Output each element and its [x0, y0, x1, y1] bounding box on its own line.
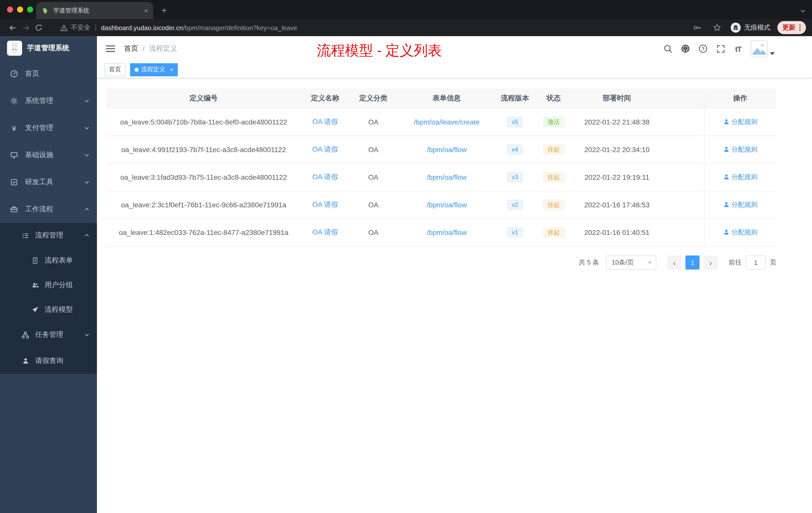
- cell-deploy-time: 2022-01-22 21:48:38: [573, 118, 661, 126]
- form-info-link[interactable]: /bpm/oa/flow: [427, 173, 467, 181]
- hamburger-icon[interactable]: [105, 43, 116, 54]
- workflow-submenu: 流程管理 流程表单 用户分组: [0, 223, 97, 374]
- navbar: 首页 / 流程定义 ? t: [97, 36, 812, 61]
- current-page-button[interactable]: 1: [686, 255, 699, 270]
- sidebar-item-label: 流程模型: [45, 305, 90, 314]
- search-icon[interactable]: [663, 44, 673, 54]
- assign-rule-link[interactable]: 分配规则: [723, 228, 757, 237]
- window-controls: [7, 6, 33, 12]
- sidebar-item-devtools[interactable]: 研发工具: [0, 169, 97, 196]
- password-key-icon[interactable]: [691, 21, 703, 34]
- tag-process-definition[interactable]: 流程定义 ×: [130, 63, 178, 76]
- person-icon: [723, 146, 729, 153]
- sidebar-item-system[interactable]: 系统管理: [0, 87, 97, 115]
- sidebar-item-label: 系统管理: [25, 96, 84, 105]
- sidebar-item-leave-query[interactable]: 请假查询: [0, 348, 97, 374]
- sidebar-item-label: 流程管理: [35, 231, 84, 240]
- reload-button[interactable]: [32, 21, 45, 34]
- security-label: 不安全: [71, 23, 90, 32]
- close-window-button[interactable]: [7, 6, 13, 12]
- chrome-update-button[interactable]: 更新: [777, 21, 806, 34]
- avatar: [751, 40, 768, 57]
- form-info-link[interactable]: /bpm/oa/flow: [427, 201, 467, 209]
- status-badge: 挂起: [543, 172, 564, 182]
- assign-rule-label: 分配规则: [731, 200, 757, 209]
- sidebar-item-process-model[interactable]: 流程模型: [0, 297, 97, 322]
- cell-deploy-time: 2022-01-16 01:40:51: [573, 229, 661, 236]
- assign-rule-label: 分配规则: [731, 173, 757, 182]
- sidebar-item-user-group[interactable]: 用户分组: [0, 273, 97, 297]
- incognito-indicator: 无痕模式: [731, 23, 770, 33]
- breadcrumb: 首页 / 流程定义: [124, 44, 177, 53]
- user-avatar-dropdown[interactable]: [751, 40, 775, 57]
- app-title: 芋道管理系统: [27, 44, 69, 53]
- version-badge[interactable]: v4: [507, 145, 522, 155]
- cell-category: OA: [349, 146, 398, 154]
- sidebar-item-workflow[interactable]: 工作流程: [0, 196, 97, 223]
- form-info-link[interactable]: /bpm/oa/flow: [427, 146, 467, 154]
- definition-name-link[interactable]: OA 请假: [312, 228, 338, 236]
- tag-close-icon[interactable]: ×: [170, 66, 173, 73]
- next-page-button[interactable]: ›: [703, 255, 718, 270]
- github-icon[interactable]: [680, 44, 691, 54]
- tag-home[interactable]: 首页: [105, 63, 125, 76]
- breadcrumb-home[interactable]: 首页: [124, 44, 138, 53]
- minimize-window-button[interactable]: [17, 6, 23, 12]
- fullscreen-icon[interactable]: [716, 44, 726, 54]
- sidebar-item-label: 工作流程: [25, 205, 84, 214]
- sidebar-item-payment[interactable]: ¥ 支付管理: [0, 115, 97, 142]
- chevron-down-icon: [84, 332, 90, 338]
- sidebar-item-infrastructure[interactable]: 基础设施: [0, 142, 97, 169]
- navbar-right-group: ? tT: [663, 36, 775, 61]
- tab-search-chevron-icon[interactable]: [800, 8, 806, 14]
- tag-label: 流程定义: [141, 65, 165, 74]
- address-bar[interactable]: 不安全 dashboard.yudao.iocoder.cn/bpm/manag…: [59, 21, 686, 35]
- person-icon: [22, 357, 29, 365]
- version-badge[interactable]: v5: [507, 117, 522, 127]
- main-area: 流程模型 - 定义列表 首页 / 流程定义: [97, 36, 812, 513]
- page-size-value: 10条/页: [612, 258, 634, 267]
- assign-rule-link[interactable]: 分配规则: [723, 173, 757, 182]
- prev-page-button[interactable]: ‹: [667, 255, 682, 270]
- definition-name-link[interactable]: OA 请假: [312, 145, 338, 153]
- assign-rule-link[interactable]: 分配规则: [723, 117, 757, 126]
- assign-rule-link[interactable]: 分配规则: [723, 145, 757, 154]
- sidebar-item-process-management[interactable]: 流程管理: [0, 223, 97, 248]
- col-header-definition-name: 定义名称: [301, 94, 349, 103]
- fixed-column-divider: [704, 88, 704, 247]
- definition-name-link[interactable]: OA 请假: [312, 200, 338, 208]
- version-badge[interactable]: v2: [507, 200, 522, 210]
- form-info-link[interactable]: /bpm/oa/flow: [427, 229, 467, 236]
- forward-button[interactable]: [19, 21, 32, 34]
- version-badge[interactable]: v3: [507, 172, 522, 182]
- url-text: dashboard.yudao.iocoder.cn/bpm/manager/d…: [101, 24, 297, 31]
- assign-rule-link[interactable]: 分配规则: [723, 200, 757, 209]
- form-info-link[interactable]: /bpm/oa/leave/create: [414, 118, 480, 126]
- definition-name-link[interactable]: OA 请假: [312, 117, 338, 125]
- screenshot-stage: 芋道管理系统 × + 不安全 dashboard.yudao.iocoder.c…: [0, 0, 812, 513]
- maximize-window-button[interactable]: [27, 6, 33, 12]
- sidebar-item-process-form[interactable]: 流程表单: [0, 248, 97, 273]
- sidebar-item-task-management[interactable]: 任务管理: [0, 322, 97, 348]
- url-path: /bpm/manager/definition?key=oa_leave: [183, 24, 297, 31]
- sidebar-logo[interactable]: 芋道管理系统: [0, 36, 97, 60]
- status-badge: 挂起: [543, 145, 564, 155]
- tab-close-button[interactable]: ×: [144, 6, 148, 14]
- browser-tab[interactable]: 芋道管理系统 ×: [36, 2, 153, 19]
- sidebar-item-label: 首页: [25, 69, 90, 78]
- bookmark-star-icon[interactable]: [710, 21, 724, 34]
- sidebar-item-label: 请假查询: [35, 356, 90, 365]
- help-icon[interactable]: ?: [698, 44, 708, 54]
- page-size-select[interactable]: 10条/页: [606, 255, 656, 270]
- new-tab-button[interactable]: +: [157, 3, 171, 18]
- goto-page-input[interactable]: [746, 255, 766, 270]
- definition-name-link[interactable]: OA 请假: [312, 173, 338, 181]
- chevron-down-icon: [84, 179, 90, 185]
- back-button[interactable]: [6, 21, 19, 34]
- version-badge[interactable]: v1: [507, 228, 522, 237]
- table-row: oa_leave:3:1fad3d93-7b75-11ec-a3c8-acde4…: [106, 163, 776, 191]
- cell-category: OA: [349, 118, 398, 126]
- font-size-icon[interactable]: tT: [733, 44, 743, 54]
- sidebar-item-home[interactable]: 首页: [0, 60, 97, 87]
- browser-toolbar: 不安全 dashboard.yudao.iocoder.cn/bpm/manag…: [0, 19, 812, 36]
